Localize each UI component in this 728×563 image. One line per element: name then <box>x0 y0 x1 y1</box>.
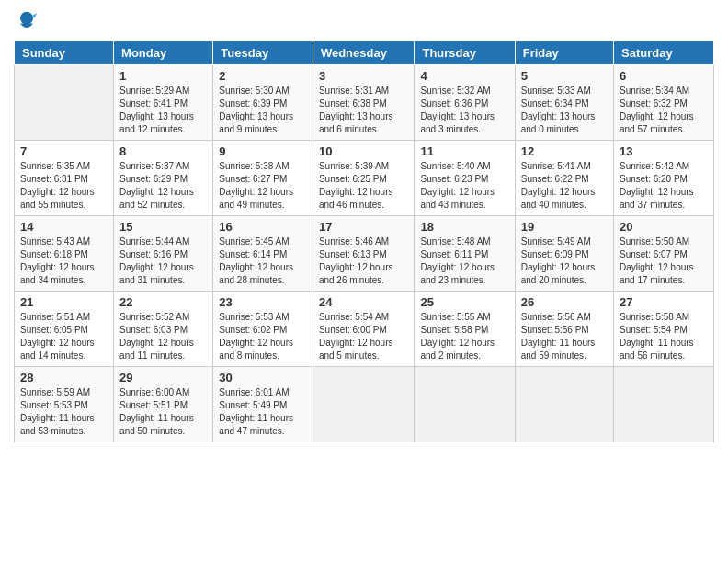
day-info: Sunrise: 5:31 AMSunset: 6:38 PMDaylight:… <box>319 85 409 136</box>
day-number: 18 <box>420 220 508 234</box>
day-info: Sunrise: 5:46 AMSunset: 6:13 PMDaylight:… <box>319 236 409 287</box>
day-number: 12 <box>521 144 608 158</box>
day-number: 20 <box>620 220 708 234</box>
day-number: 21 <box>20 295 108 309</box>
calendar-cell: 4Sunrise: 5:32 AMSunset: 6:36 PMDaylight… <box>415 65 515 141</box>
day-header-saturday: Saturday <box>614 41 714 65</box>
day-number: 29 <box>119 371 207 385</box>
day-info: Sunrise: 5:48 AMSunset: 6:11 PMDaylight:… <box>420 236 508 287</box>
day-info: Sunrise: 5:41 AMSunset: 6:22 PMDaylight:… <box>521 160 608 212</box>
day-number: 27 <box>620 295 708 309</box>
week-row-3: 14Sunrise: 5:43 AMSunset: 6:18 PMDayligh… <box>15 216 714 292</box>
day-header-monday: Monday <box>114 41 213 65</box>
calendar-cell: 9Sunrise: 5:38 AMSunset: 6:27 PMDaylight… <box>213 141 313 216</box>
day-number: 30 <box>219 371 307 385</box>
calendar-cell: 16Sunrise: 5:45 AMSunset: 6:14 PMDayligh… <box>213 216 313 292</box>
day-info: Sunrise: 5:33 AMSunset: 6:34 PMDaylight:… <box>521 85 608 136</box>
calendar-cell: 7Sunrise: 5:35 AMSunset: 6:31 PMDaylight… <box>15 141 114 216</box>
day-number: 2 <box>219 69 307 83</box>
day-info: Sunrise: 5:51 AMSunset: 6:05 PMDaylight:… <box>20 311 108 362</box>
calendar-cell: 26Sunrise: 5:56 AMSunset: 5:56 PMDayligh… <box>515 292 613 367</box>
day-info: Sunrise: 5:59 AMSunset: 5:53 PMDaylight:… <box>20 386 108 438</box>
day-info: Sunrise: 5:29 AMSunset: 6:41 PMDaylight:… <box>119 85 207 136</box>
day-number: 8 <box>119 144 207 158</box>
svg-point-0 <box>20 12 33 25</box>
logo <box>14 9 43 35</box>
week-row-5: 28Sunrise: 5:59 AMSunset: 5:53 PMDayligh… <box>15 367 714 442</box>
calendar-header: SundayMondayTuesdayWednesdayThursdayFrid… <box>15 41 714 65</box>
day-number: 14 <box>20 220 108 234</box>
calendar-cell: 24Sunrise: 5:54 AMSunset: 6:00 PMDayligh… <box>313 292 415 367</box>
calendar-cell: 6Sunrise: 5:34 AMSunset: 6:32 PMDaylight… <box>614 65 714 141</box>
day-info: Sunrise: 5:52 AMSunset: 6:03 PMDaylight:… <box>119 311 207 362</box>
day-info: Sunrise: 5:50 AMSunset: 6:07 PMDaylight:… <box>620 236 708 287</box>
day-number: 5 <box>521 69 608 83</box>
calendar-cell: 20Sunrise: 5:50 AMSunset: 6:07 PMDayligh… <box>614 216 714 292</box>
calendar-cell: 22Sunrise: 5:52 AMSunset: 6:03 PMDayligh… <box>114 292 213 367</box>
calendar-body: 1Sunrise: 5:29 AMSunset: 6:41 PMDaylight… <box>15 65 714 442</box>
main-container: SundayMondayTuesdayWednesdayThursdayFrid… <box>0 0 728 452</box>
day-number: 6 <box>620 69 708 83</box>
day-info: Sunrise: 5:55 AMSunset: 5:58 PMDaylight:… <box>420 311 508 362</box>
day-number: 15 <box>119 220 207 234</box>
day-info: Sunrise: 6:00 AMSunset: 5:51 PMDaylight:… <box>119 386 207 438</box>
day-number: 10 <box>319 144 409 158</box>
day-info: Sunrise: 5:42 AMSunset: 6:20 PMDaylight:… <box>620 160 708 212</box>
day-info: Sunrise: 5:43 AMSunset: 6:18 PMDaylight:… <box>20 236 108 287</box>
calendar-table: SundayMondayTuesdayWednesdayThursdayFrid… <box>14 40 714 442</box>
day-info: Sunrise: 5:34 AMSunset: 6:32 PMDaylight:… <box>620 85 708 136</box>
calendar-cell: 12Sunrise: 5:41 AMSunset: 6:22 PMDayligh… <box>515 141 613 216</box>
day-info: Sunrise: 5:45 AMSunset: 6:14 PMDaylight:… <box>219 236 307 287</box>
day-info: Sunrise: 5:44 AMSunset: 6:16 PMDaylight:… <box>119 236 207 287</box>
calendar-cell <box>515 367 613 442</box>
day-number: 7 <box>20 144 108 158</box>
calendar-cell: 3Sunrise: 5:31 AMSunset: 6:38 PMDaylight… <box>313 65 415 141</box>
day-number: 25 <box>420 295 508 309</box>
day-number: 3 <box>319 69 409 83</box>
calendar-cell: 17Sunrise: 5:46 AMSunset: 6:13 PMDayligh… <box>313 216 415 292</box>
header-row: SundayMondayTuesdayWednesdayThursdayFrid… <box>15 41 714 65</box>
calendar-cell: 30Sunrise: 6:01 AMSunset: 5:49 PMDayligh… <box>213 367 313 442</box>
day-number: 4 <box>420 69 508 83</box>
calendar-cell: 27Sunrise: 5:58 AMSunset: 5:54 PMDayligh… <box>614 292 714 367</box>
day-header-tuesday: Tuesday <box>213 41 313 65</box>
week-row-2: 7Sunrise: 5:35 AMSunset: 6:31 PMDaylight… <box>15 141 714 216</box>
day-info: Sunrise: 5:38 AMSunset: 6:27 PMDaylight:… <box>219 160 307 212</box>
day-header-sunday: Sunday <box>15 41 114 65</box>
day-info: Sunrise: 5:32 AMSunset: 6:36 PMDaylight:… <box>420 85 508 136</box>
calendar-cell: 11Sunrise: 5:40 AMSunset: 6:23 PMDayligh… <box>415 141 515 216</box>
day-header-wednesday: Wednesday <box>313 41 415 65</box>
calendar-cell: 19Sunrise: 5:49 AMSunset: 6:09 PMDayligh… <box>515 216 613 292</box>
week-row-1: 1Sunrise: 5:29 AMSunset: 6:41 PMDaylight… <box>15 65 714 141</box>
calendar-cell: 18Sunrise: 5:48 AMSunset: 6:11 PMDayligh… <box>415 216 515 292</box>
day-info: Sunrise: 5:37 AMSunset: 6:29 PMDaylight:… <box>119 160 207 212</box>
day-info: Sunrise: 5:53 AMSunset: 6:02 PMDaylight:… <box>219 311 307 362</box>
day-number: 26 <box>521 295 608 309</box>
day-info: Sunrise: 6:01 AMSunset: 5:49 PMDaylight:… <box>219 386 307 438</box>
logo-icon <box>14 9 40 35</box>
calendar-cell: 25Sunrise: 5:55 AMSunset: 5:58 PMDayligh… <box>415 292 515 367</box>
calendar-cell: 13Sunrise: 5:42 AMSunset: 6:20 PMDayligh… <box>614 141 714 216</box>
calendar-cell <box>415 367 515 442</box>
day-number: 16 <box>219 220 307 234</box>
day-number: 13 <box>620 144 708 158</box>
day-number: 17 <box>319 220 409 234</box>
day-info: Sunrise: 5:39 AMSunset: 6:25 PMDaylight:… <box>319 160 409 212</box>
day-info: Sunrise: 5:54 AMSunset: 6:00 PMDaylight:… <box>319 311 409 362</box>
day-number: 24 <box>319 295 409 309</box>
day-info: Sunrise: 5:56 AMSunset: 5:56 PMDaylight:… <box>521 311 608 362</box>
calendar-cell: 15Sunrise: 5:44 AMSunset: 6:16 PMDayligh… <box>114 216 213 292</box>
day-info: Sunrise: 5:58 AMSunset: 5:54 PMDaylight:… <box>620 311 708 362</box>
day-number: 9 <box>219 144 307 158</box>
calendar-cell: 29Sunrise: 6:00 AMSunset: 5:51 PMDayligh… <box>114 367 213 442</box>
day-info: Sunrise: 5:35 AMSunset: 6:31 PMDaylight:… <box>20 160 108 212</box>
calendar-cell: 5Sunrise: 5:33 AMSunset: 6:34 PMDaylight… <box>515 65 613 141</box>
day-info: Sunrise: 5:40 AMSunset: 6:23 PMDaylight:… <box>420 160 508 212</box>
calendar-cell: 28Sunrise: 5:59 AMSunset: 5:53 PMDayligh… <box>15 367 114 442</box>
day-header-friday: Friday <box>515 41 613 65</box>
day-header-thursday: Thursday <box>415 41 515 65</box>
calendar-cell: 8Sunrise: 5:37 AMSunset: 6:29 PMDaylight… <box>114 141 213 216</box>
calendar-cell <box>15 65 114 141</box>
day-info: Sunrise: 5:49 AMSunset: 6:09 PMDaylight:… <box>521 236 608 287</box>
calendar-cell: 1Sunrise: 5:29 AMSunset: 6:41 PMDaylight… <box>114 65 213 141</box>
